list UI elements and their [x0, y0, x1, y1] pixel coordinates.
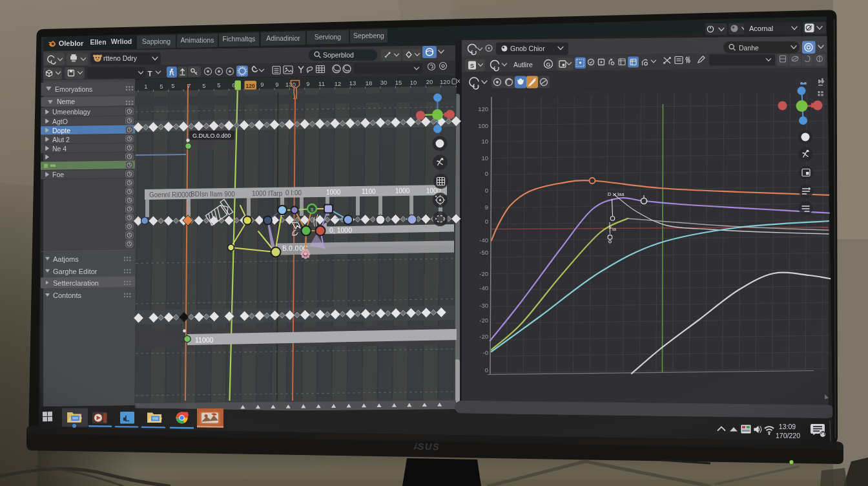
svg-text:/̶SUS: /̶SUS [413, 441, 440, 452]
